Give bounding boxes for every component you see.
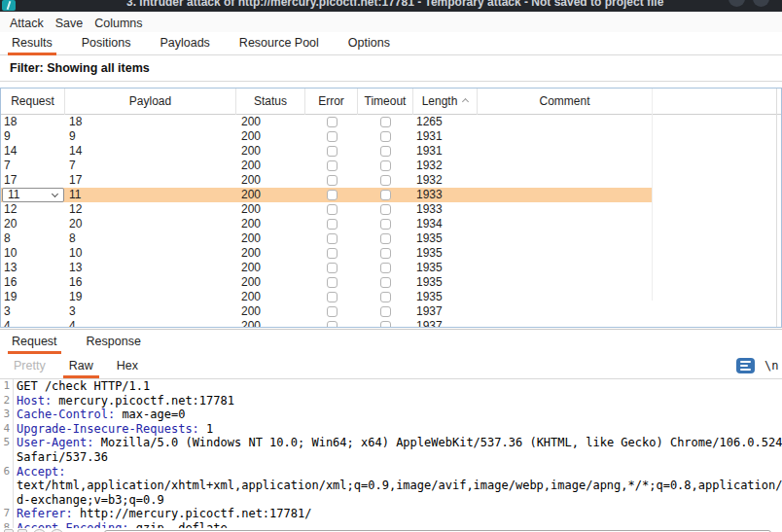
timeout-checkbox[interactable] bbox=[380, 204, 391, 215]
error-checkbox[interactable] bbox=[327, 263, 338, 273]
status-cell: 200 bbox=[236, 144, 305, 159]
editor-line: d-exchange;v=b3;q=0.9 bbox=[0, 493, 782, 508]
timeout-checkbox[interactable] bbox=[380, 321, 391, 327]
comment-cell bbox=[478, 115, 653, 129]
tab-resource-pool[interactable]: Resource Pool bbox=[235, 32, 323, 55]
table-header-row: Request Payload Status Error Timeout Len… bbox=[1, 89, 781, 115]
timeout-checkbox[interactable] bbox=[380, 292, 391, 302]
error-checkbox[interactable] bbox=[327, 204, 338, 215]
menu-bar: AttackSaveColumns bbox=[0, 12, 782, 32]
error-cell bbox=[305, 275, 358, 290]
comment-cell bbox=[478, 246, 653, 261]
payload-cell: 7 bbox=[65, 159, 236, 173]
menu-item-attack[interactable]: Attack bbox=[4, 14, 50, 34]
newline-toggle[interactable]: \n bbox=[764, 358, 778, 373]
column-header-error[interactable]: Error bbox=[305, 89, 358, 115]
error-checkbox[interactable] bbox=[327, 306, 338, 317]
view-tab-hex[interactable]: Hex bbox=[111, 354, 144, 378]
status-cell: 200 bbox=[236, 231, 305, 246]
window-close-button[interactable] bbox=[753, 0, 769, 7]
timeout-cell bbox=[358, 115, 413, 129]
tab-options[interactable]: Options bbox=[344, 32, 394, 55]
editor-settings-icon[interactable] bbox=[736, 358, 755, 373]
editor-line: 1 GET /check HTTP/1.1 bbox=[0, 379, 782, 394]
table-row[interactable]: 13 13 13 200 1935 bbox=[1, 261, 653, 275]
error-checkbox[interactable] bbox=[327, 190, 338, 200]
column-header-timeout[interactable]: Timeout bbox=[358, 89, 413, 115]
length-cell: 1931 bbox=[413, 144, 478, 159]
panel-divider[interactable] bbox=[0, 329, 782, 330]
timeout-checkbox[interactable] bbox=[380, 263, 391, 273]
header-name: Host: bbox=[17, 394, 52, 408]
table-row[interactable]: 20 20 20 200 1934 bbox=[1, 217, 653, 231]
error-checkbox[interactable] bbox=[327, 160, 338, 171]
menu-item-save[interactable]: Save bbox=[50, 14, 89, 34]
table-row[interactable]: 17 17 17 200 1932 bbox=[1, 173, 653, 188]
timeout-checkbox[interactable] bbox=[380, 219, 391, 230]
timeout-checkbox[interactable] bbox=[380, 233, 391, 244]
error-cell bbox=[305, 217, 358, 231]
tab-payloads[interactable]: Payloads bbox=[156, 32, 213, 55]
error-checkbox[interactable] bbox=[327, 321, 338, 327]
column-header-comment[interactable]: Comment bbox=[478, 89, 653, 115]
table-row[interactable]: 12 12 12 200 1933 bbox=[1, 202, 653, 217]
raw-request-editor[interactable]: 1 GET /check HTTP/1.1 2 Host: mercury.pi… bbox=[0, 379, 782, 532]
filter-bar[interactable]: Filter: Showing all items bbox=[0, 55, 782, 82]
tab-positions[interactable]: Positions bbox=[78, 32, 135, 55]
column-header-request[interactable]: Request bbox=[1, 89, 65, 115]
error-checkbox[interactable] bbox=[327, 233, 338, 244]
column-header-status[interactable]: Status bbox=[236, 89, 305, 115]
table-row[interactable]: 19 19 19 200 1935 bbox=[1, 290, 653, 304]
error-checkbox[interactable] bbox=[327, 292, 338, 302]
error-checkbox[interactable] bbox=[327, 117, 338, 127]
request-row-dropdown[interactable]: 11 bbox=[2, 188, 64, 202]
request-cell: 16 16 bbox=[1, 275, 65, 290]
timeout-checkbox[interactable] bbox=[380, 306, 391, 317]
timeout-checkbox[interactable] bbox=[380, 190, 391, 200]
error-checkbox[interactable] bbox=[327, 277, 338, 288]
table-row[interactable]: 7 7 7 200 1932 bbox=[1, 159, 653, 173]
view-tab-raw[interactable]: Raw bbox=[63, 354, 99, 378]
error-checkbox[interactable] bbox=[327, 219, 338, 230]
table-row[interactable]: 11 11 11 200 1933 bbox=[1, 188, 653, 202]
column-header-length[interactable]: Length bbox=[413, 89, 478, 115]
table-row[interactable]: 9 9 9 200 1931 bbox=[1, 129, 653, 144]
timeout-checkbox[interactable] bbox=[380, 248, 391, 259]
timeout-checkbox[interactable] bbox=[380, 175, 391, 186]
table-row[interactable]: 14 14 14 200 1931 bbox=[1, 144, 653, 159]
error-checkbox[interactable] bbox=[327, 248, 338, 259]
editor-line: 2 Host: mercury.picoctf.net:17781 bbox=[0, 394, 782, 408]
request-cell: 13 13 bbox=[1, 261, 65, 275]
comment-cell bbox=[478, 202, 653, 217]
header-name: Cache-Control: bbox=[17, 408, 115, 421]
tab-results[interactable]: Results bbox=[8, 32, 56, 55]
error-checkbox[interactable] bbox=[327, 146, 338, 157]
timeout-checkbox[interactable] bbox=[380, 160, 391, 171]
error-checkbox[interactable] bbox=[327, 131, 338, 142]
editor-line: 5 User-Agent: Mozilla/5.0 (Windows NT 10… bbox=[0, 436, 782, 450]
window-minimize-button[interactable] bbox=[729, 0, 745, 7]
table-row[interactable]: 8 8 8 200 1935 bbox=[1, 231, 653, 246]
table-row[interactable]: 16 16 16 200 1935 bbox=[1, 275, 653, 290]
request-cell: 9 9 bbox=[1, 129, 65, 144]
timeout-cell bbox=[358, 202, 413, 217]
table-row[interactable]: 18 18 18 200 1265 bbox=[1, 115, 653, 129]
column-header-payload[interactable]: Payload bbox=[65, 89, 236, 115]
timeout-checkbox[interactable] bbox=[380, 146, 391, 157]
message-tab-request[interactable]: Request bbox=[8, 331, 61, 354]
view-tab-pretty[interactable]: Pretty bbox=[8, 354, 52, 378]
table-column-boundary bbox=[652, 89, 653, 301]
message-tab-response[interactable]: Response bbox=[83, 331, 145, 354]
timeout-checkbox[interactable] bbox=[380, 277, 391, 288]
table-row[interactable]: 10 10 10 200 1935 bbox=[1, 246, 653, 261]
table-row[interactable]: 4 4 4 200 1937 bbox=[1, 319, 653, 327]
table-scrollbar-track[interactable] bbox=[776, 89, 777, 327]
menu-item-columns[interactable]: Columns bbox=[89, 14, 148, 34]
timeout-checkbox[interactable] bbox=[380, 131, 391, 142]
table-row[interactable]: 3 3 3 200 1937 bbox=[1, 304, 653, 319]
length-cell: 1931 bbox=[413, 129, 478, 144]
column-header-label: Request bbox=[11, 94, 54, 108]
error-checkbox[interactable] bbox=[327, 175, 338, 186]
editor-line: 4 Upgrade-Insecure-Requests: 1 bbox=[0, 422, 782, 437]
timeout-checkbox[interactable] bbox=[380, 117, 391, 127]
